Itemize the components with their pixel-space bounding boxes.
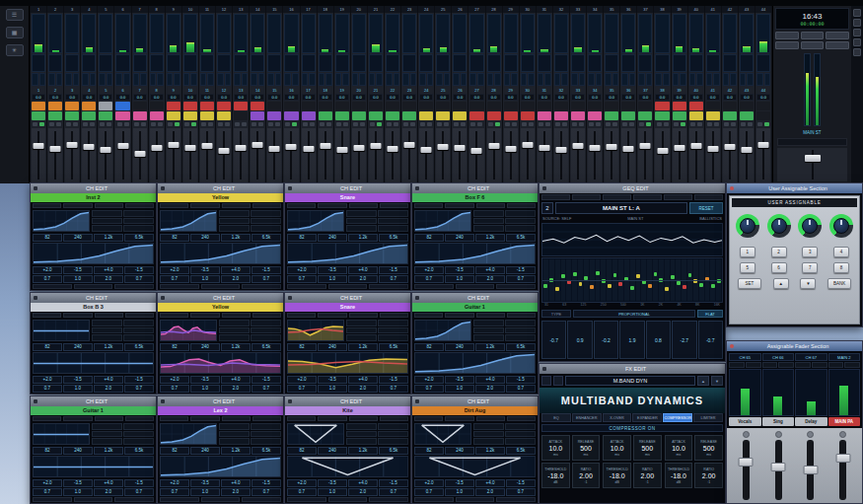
eq-freq-value[interactable]: 82 (287, 447, 317, 455)
eq-q-value[interactable]: 0.7 (287, 385, 317, 393)
channel-name-bar[interactable]: Inst 2 (31, 193, 156, 202)
mute-button[interactable] (629, 122, 634, 126)
scribble-strip-a[interactable] (673, 102, 686, 110)
select-button[interactable] (522, 122, 527, 126)
eq-gain-value[interactable]: +2.0 (160, 376, 189, 384)
select-button[interactable] (235, 122, 240, 126)
eq-gain-value[interactable]: -1.5 (124, 479, 154, 487)
scribble-strip-b[interactable] (82, 111, 96, 120)
mute-button[interactable] (225, 122, 230, 126)
eq-freq-value[interactable]: 240 (318, 234, 347, 242)
menu-icon[interactable]: ☰ (6, 9, 24, 21)
window-close-icon[interactable] (542, 186, 546, 190)
geq-band-fader[interactable] (647, 259, 652, 301)
window-close-icon[interactable] (415, 186, 419, 190)
toolbar-button[interactable] (476, 203, 505, 208)
master-button[interactable] (775, 32, 799, 39)
eq-q-value[interactable]: 0.7 (506, 488, 536, 496)
geq-band-fader[interactable] (543, 259, 548, 301)
scribble-strip-a[interactable] (200, 102, 214, 110)
scribble-strip-b[interactable] (419, 111, 433, 120)
fx-param-cell[interactable]: RATIO2.00:1 (633, 463, 662, 488)
toolbar-button[interactable] (190, 313, 219, 318)
channel-fader[interactable] (723, 128, 737, 182)
scribble-strip-b[interactable] (335, 111, 349, 120)
geq-gain-value[interactable]: -0.2 (594, 321, 618, 359)
window-close-icon[interactable] (415, 296, 419, 300)
eq-q-value[interactable]: 0.7 (33, 385, 62, 393)
eq-freq-value[interactable]: 6.5k (379, 447, 408, 455)
toolbar-button[interactable] (445, 313, 473, 318)
eq-gain-value[interactable]: +4.0 (94, 376, 123, 384)
eq-gain-value[interactable]: +4.0 (475, 479, 505, 487)
geq-band-fader[interactable] (676, 259, 681, 301)
channel-fader[interactable] (436, 128, 450, 182)
select-button[interactable] (539, 122, 543, 126)
fader-cap[interactable] (590, 145, 601, 151)
toolbar-button[interactable] (160, 416, 188, 421)
master-button[interactable] (801, 41, 825, 49)
assignable-button-2[interactable]: 2 (771, 247, 787, 257)
window-title-bar[interactable]: User Assignable Section (727, 183, 862, 193)
select-button[interactable] (252, 122, 256, 126)
eq-q-value[interactable]: 0.7 (379, 275, 408, 283)
toolbar-button[interactable] (318, 203, 346, 208)
eq-gain-value[interactable]: -3.5 (318, 376, 347, 384)
bank-up-icon[interactable]: ▲ (773, 278, 789, 289)
select-button[interactable] (33, 122, 37, 126)
geq-band-fader[interactable] (612, 259, 617, 301)
eq-freq-value[interactable]: 82 (414, 343, 444, 351)
scribble-strip-b[interactable] (554, 111, 568, 120)
strip-button[interactable] (729, 362, 745, 368)
mute-button[interactable] (377, 122, 382, 126)
assignable-knob-4[interactable] (833, 218, 849, 234)
scribble-strip-b[interactable] (386, 111, 399, 120)
scribble-strip-a[interactable] (251, 102, 264, 110)
window-close-icon[interactable] (161, 296, 165, 300)
eq-q-value[interactable]: 2.0 (94, 385, 123, 393)
set-button[interactable]: SET (738, 278, 761, 289)
toolbar-button[interactable] (33, 313, 61, 318)
channel-fader[interactable] (32, 128, 45, 182)
eq-freq-value[interactable]: 1.2k (348, 447, 378, 455)
edge-button[interactable] (853, 19, 861, 27)
window-title-bar[interactable]: CH EDIT (158, 396, 283, 406)
toolbar-button[interactable] (318, 313, 346, 318)
geq-band-fader[interactable] (566, 259, 571, 301)
fader-cap[interactable] (303, 146, 314, 152)
eq-freq-value[interactable]: 1.2k (475, 234, 505, 242)
toolbar-button[interactable] (190, 416, 219, 421)
channel-name-bar[interactable]: Yellow (158, 193, 283, 202)
scribble-strip-a[interactable] (655, 102, 669, 110)
assignable-button-8[interactable]: 8 (833, 262, 849, 273)
eq-freq-value[interactable]: 1.2k (348, 234, 378, 242)
scribble-strip-a[interactable] (419, 102, 433, 110)
mute-button[interactable] (444, 122, 449, 126)
scribble-strip-a[interactable] (99, 102, 112, 110)
toolbar-button[interactable] (476, 416, 505, 421)
channel-fader[interactable] (48, 128, 62, 182)
geq-reset-button[interactable]: RESET (689, 202, 723, 214)
channel-fader[interactable] (453, 128, 467, 182)
toolbar-button[interactable] (95, 313, 123, 318)
edge-button[interactable] (853, 38, 861, 46)
geq-band-fader[interactable] (710, 259, 715, 301)
toolbar-button[interactable] (252, 416, 281, 421)
scribble-strip-a[interactable] (521, 102, 535, 110)
fx-param-cell[interactable]: THRESHOLD-18.0dB (541, 463, 570, 488)
mute-button[interactable] (545, 122, 550, 126)
eq-gain-value[interactable]: -3.5 (63, 479, 93, 487)
window-close-icon[interactable] (415, 399, 419, 403)
toolbar-button[interactable] (160, 313, 188, 318)
window-title-bar[interactable]: CH EDIT (412, 183, 538, 193)
fader-cap[interactable] (117, 143, 128, 149)
channel-fader[interactable] (571, 128, 585, 182)
toolbar-button[interactable] (349, 203, 378, 208)
fader-cap[interactable] (388, 146, 398, 152)
geq-gain-value[interactable]: 1.9 (619, 321, 644, 359)
eq-freq-value[interactable]: 240 (445, 343, 474, 351)
eq-gain-value[interactable]: -3.5 (63, 376, 93, 384)
geq-band-fader[interactable] (665, 259, 670, 301)
eq-gain-value[interactable]: +2.0 (287, 266, 317, 274)
grid-icon[interactable]: ▦ (6, 27, 24, 38)
